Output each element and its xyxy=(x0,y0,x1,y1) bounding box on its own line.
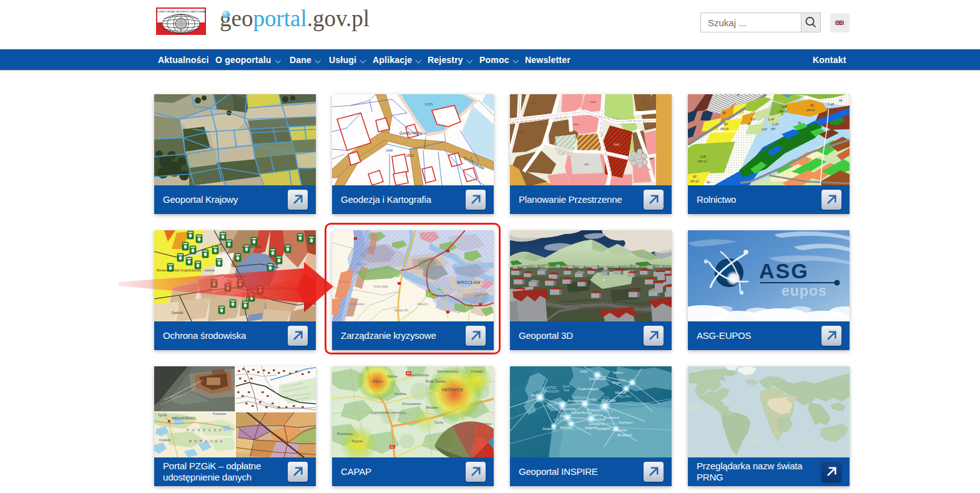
svg-text:2zF: 2zF xyxy=(782,105,788,109)
svg-text:6F: 6F xyxy=(724,122,728,126)
svg-text:Rybnik: Rybnik xyxy=(352,439,363,443)
svg-text:Tychy: Tychy xyxy=(434,421,444,424)
svg-text:W: W xyxy=(707,180,710,184)
svg-text:Zagreb: Zagreb xyxy=(585,426,597,429)
svg-text:W: W xyxy=(798,121,801,125)
svg-text:9F: 9F xyxy=(722,111,727,115)
svg-text:1848: 1848 xyxy=(386,149,393,152)
svg-text:P U S Z C Z A: P U S Z C Z A xyxy=(187,428,222,432)
svg-text:Tallinn: Tallinn xyxy=(612,371,623,374)
svg-text:Vienna: Vienna xyxy=(591,413,603,417)
svg-text:6MW: 6MW xyxy=(573,123,579,126)
svg-text:5F: 5F xyxy=(810,104,815,107)
svg-text:1.sF: 1.sF xyxy=(772,122,779,126)
svg-text:pkr.pl: pkr.pl xyxy=(779,109,787,113)
svg-text:Luxembourg: Luxembourg xyxy=(571,411,592,414)
svg-text:Bratislava: Bratislava xyxy=(589,417,605,421)
svg-text:Czeladź: Czeladź xyxy=(471,369,483,373)
svg-text:Budapes: Budapes xyxy=(617,433,632,437)
svg-text:Sarajevo: Sarajevo xyxy=(596,427,611,431)
svg-text:Knurów: Knurów xyxy=(394,392,406,396)
svg-text:Siemianowice: Siemianowice xyxy=(437,369,458,373)
svg-text:1315: 1315 xyxy=(424,102,433,106)
svg-text:12MN: 12MN xyxy=(517,130,524,134)
svg-text:F R A N C: F R A N C xyxy=(554,418,568,422)
svg-text:Andorra: Andorra xyxy=(542,427,556,431)
svg-text:Ruda Śląska: Ruda Śląska xyxy=(426,379,446,383)
svg-text:Riga: Riga xyxy=(612,381,620,384)
svg-text:A4: A4 xyxy=(407,372,411,375)
svg-text:KATOWICE: KATOWICE xyxy=(442,388,464,392)
svg-text:Grodzisków: Grodzisków xyxy=(399,130,423,135)
svg-text:2zF: 2zF xyxy=(700,155,707,159)
svg-text:Copenhagen: Copenhagen xyxy=(577,387,599,391)
svg-text:ROMANIA: ROMANIA xyxy=(602,422,617,426)
svg-text:Stockholm: Stockholm xyxy=(589,377,606,381)
svg-text:W: W xyxy=(839,99,843,102)
svg-text:Dublin: Dublin xyxy=(531,393,542,397)
svg-text:Pozezdrze: Pozezdrze xyxy=(213,412,227,416)
svg-text:Ogonki: Ogonki xyxy=(158,414,167,417)
svg-text:U K R: U K R xyxy=(605,409,614,413)
svg-text:Czerwionka-Leszczyny: Czerwionka-Leszczyny xyxy=(371,411,406,414)
svg-text:3zF: 3zF xyxy=(750,117,757,121)
svg-text:1zF: 1zF xyxy=(762,127,768,131)
svg-text:GERMANY: GERMANY xyxy=(572,396,589,399)
svg-text:Gliwice: Gliwice xyxy=(372,379,383,383)
svg-text:pkz.pl: pkz.pl xyxy=(826,107,835,110)
svg-text:Mikołów: Mikołów xyxy=(426,406,438,409)
svg-text:Zabrze: Zabrze xyxy=(387,374,398,378)
svg-text:4MW: 4MW xyxy=(590,100,596,104)
svg-text:pkz.pl: pkz.pl xyxy=(698,159,707,163)
svg-text:ASG: ASG xyxy=(759,259,809,283)
svg-text:1.sF: 1.sF xyxy=(828,102,835,106)
svg-text:eupos: eupos xyxy=(782,283,827,299)
svg-text:B O R E C K A: B O R E C K A xyxy=(189,439,223,443)
svg-text:5U: 5U xyxy=(647,168,650,171)
svg-text:1.sF: 1.sF xyxy=(768,117,775,121)
svg-text:London: London xyxy=(555,401,567,404)
svg-text:Kruklanki: Kruklanki xyxy=(159,439,171,442)
svg-text:6F: 6F xyxy=(693,175,697,178)
svg-text:KINGDOM: KINGDOM xyxy=(544,389,559,393)
svg-text:Ornontowice: Ornontowice xyxy=(402,402,421,406)
svg-text:pkr: pkr xyxy=(771,127,776,130)
svg-text:pkr.pl: pkr.pl xyxy=(690,179,698,183)
svg-text:Min: Min xyxy=(621,378,626,382)
svg-text:Rydułtowy: Rydułtowy xyxy=(337,432,353,436)
svg-text:2MN: 2MN xyxy=(584,163,589,166)
svg-text:Kishinev: Kishinev xyxy=(619,421,633,424)
svg-text:Belgrade: Belgrade xyxy=(612,428,628,432)
svg-text:Monaco: Monaco xyxy=(560,426,574,429)
svg-text:A1: A1 xyxy=(391,446,394,449)
svg-text:P O: P O xyxy=(604,396,609,399)
svg-text:Sea: Sea xyxy=(564,388,569,392)
svg-text:Oslo: Oslo xyxy=(580,369,588,373)
svg-text:pkr.pl: pkr.pl xyxy=(806,108,815,112)
svg-text:GŁÓWNY URZĄD GEODEZJI I KARTOG: GŁÓWNY URZĄD GEODEZJI I KARTOGRAFII xyxy=(156,10,206,13)
svg-text:Budapest: Budapest xyxy=(604,416,620,419)
svg-text:8MN: 8MN xyxy=(531,102,537,105)
svg-text:1821: 1821 xyxy=(406,154,414,157)
svg-text:WĘGORZEWO: WĘGORZEWO xyxy=(172,416,196,420)
svg-text:14UC: 14UC xyxy=(614,143,620,146)
svg-text:10M: 10M xyxy=(641,100,646,104)
svg-text:pl: pl xyxy=(748,122,750,125)
svg-text:pkr.pl: pkr.pl xyxy=(720,127,728,130)
svg-text:BELARU: BELARU xyxy=(619,394,631,398)
